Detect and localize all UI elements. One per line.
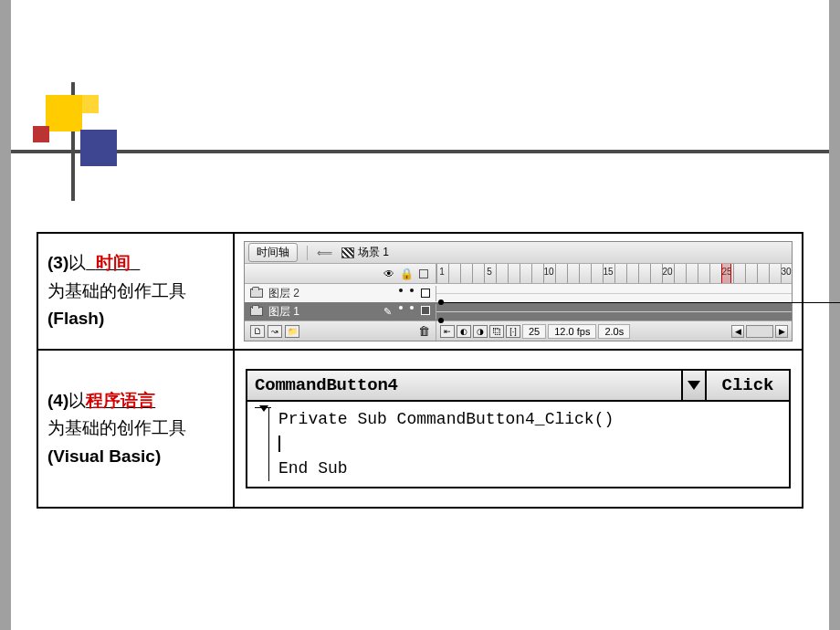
table-row: (3)以 时间 为基础的创作工具 (Flash) 时间轴 ⟸ 场景 1 bbox=[37, 233, 803, 350]
row4-text-cell: (4)以程序语言 为基础的创作工具 (Visual Basic) bbox=[37, 350, 234, 508]
ruler-numbers: 1 5 10 15 20 25 30 35 40 bbox=[436, 264, 792, 283]
timeline-status-bar: ⇤ ◐ ◑ ⿻ [·] 25 12.0 fps 2.0s ◀ ▶ bbox=[436, 321, 792, 341]
layer2-outline-box[interactable] bbox=[421, 289, 430, 298]
row4-underline: 程序语言 bbox=[86, 391, 155, 410]
timeline-tab[interactable]: 时间轴 bbox=[248, 243, 298, 262]
outline-toggle-icon[interactable] bbox=[419, 269, 428, 278]
scroll-left-icon[interactable]: ◀ bbox=[731, 325, 744, 338]
new-folder-icon[interactable]: 📁 bbox=[285, 325, 299, 338]
current-frame: 25 bbox=[522, 324, 546, 339]
ruler-20: 20 bbox=[662, 267, 672, 277]
layer2-name: 图层 2 bbox=[268, 286, 299, 301]
pencil-icon: ✎ bbox=[383, 306, 392, 318]
new-guide-icon[interactable]: ↝ bbox=[268, 325, 282, 338]
text-cursor bbox=[278, 436, 280, 452]
keyframe-dot[interactable] bbox=[438, 318, 444, 323]
row4-tool: (Visual Basic) bbox=[47, 446, 161, 466]
code-line-2: End Sub bbox=[278, 457, 614, 481]
ruler-30: 30 bbox=[781, 267, 791, 277]
lock-icon[interactable]: 🔒 bbox=[400, 268, 414, 280]
layer2-lock-dot[interactable] bbox=[410, 289, 414, 292]
goto-icon[interactable]: ⇤ bbox=[440, 325, 455, 338]
layer2-track[interactable] bbox=[436, 293, 792, 294]
row3-number: (3) bbox=[47, 253, 68, 272]
row3-answer: 时间 bbox=[96, 253, 131, 272]
layer1-vis-dot[interactable] bbox=[399, 306, 403, 310]
row4-image-cell: CommandButton4 Click bbox=[234, 350, 803, 508]
onion-skin-icon[interactable]: ◐ bbox=[457, 325, 471, 338]
layer-row-2[interactable]: 图层 2 bbox=[245, 284, 792, 302]
vb-top-bar: CommandButton4 Click bbox=[247, 371, 789, 402]
object-combobox[interactable]: CommandButton4 bbox=[247, 371, 707, 400]
layer1-outline-box[interactable] bbox=[421, 306, 430, 315]
chevron-down-icon bbox=[688, 381, 700, 390]
row3-prefix: 以 bbox=[68, 253, 86, 272]
frame-ruler[interactable]: 1 5 10 15 20 25 30 35 40 bbox=[436, 264, 792, 283]
scroll-right-icon[interactable]: ▶ bbox=[775, 325, 788, 338]
vb-code-area[interactable]: Private Sub CommandButton4_Click() End S… bbox=[247, 402, 789, 487]
edit-multi-icon[interactable]: ⿻ bbox=[489, 325, 504, 338]
back-arrow-icon[interactable]: ⟸ bbox=[317, 247, 332, 259]
vb-code-panel: CommandButton4 Click bbox=[246, 369, 791, 488]
layer1-name: 图层 1 bbox=[268, 304, 299, 320]
h-scrollbar[interactable]: ◀ ▶ bbox=[731, 325, 788, 338]
flash-panel: 时间轴 ⟸ 场景 1 👁 🔒 bbox=[244, 241, 793, 341]
table-row: (4)以程序语言 为基础的创作工具 (Visual Basic) Command… bbox=[37, 350, 803, 508]
playhead[interactable] bbox=[721, 264, 731, 283]
scene-label[interactable]: 场景 1 bbox=[341, 245, 389, 260]
event-value: Click bbox=[721, 375, 773, 395]
logo-square-red bbox=[33, 126, 49, 142]
row4-number: (4) bbox=[47, 391, 68, 410]
row3-underline: 时间 bbox=[86, 253, 140, 272]
code-line-1: Private Sub CommandButton4_Click() bbox=[278, 407, 614, 432]
logo-square-blue bbox=[80, 130, 117, 166]
content-table: (3)以 时间 为基础的创作工具 (Flash) 时间轴 ⟸ 场景 1 bbox=[37, 232, 803, 509]
code-lines: Private Sub CommandButton4_Click() End S… bbox=[278, 407, 614, 481]
layer-controls: 🗋 ↝ 📁 🗑 bbox=[245, 321, 436, 341]
layer1-lock-dot[interactable] bbox=[410, 306, 414, 310]
scene-name: 场景 1 bbox=[358, 245, 389, 260]
ruler-5: 5 bbox=[487, 267, 492, 277]
row3-text-cell: (3)以 时间 为基础的创作工具 (Flash) bbox=[37, 233, 234, 350]
code-gutter bbox=[257, 407, 269, 481]
new-layer-icon[interactable]: 🗋 bbox=[250, 325, 265, 338]
layer2-label: 图层 2 bbox=[245, 286, 436, 301]
time-display: 2.0s bbox=[598, 324, 630, 339]
layer1-label: 图层 1 ✎ bbox=[245, 304, 436, 320]
event-combobox[interactable]: Click bbox=[707, 371, 789, 400]
onion-outline-icon[interactable]: ◑ bbox=[473, 325, 488, 338]
clapperboard-icon bbox=[341, 247, 354, 258]
gutter-caret-icon bbox=[259, 405, 268, 412]
layer-icon bbox=[250, 289, 263, 298]
brackets-icon[interactable]: [·] bbox=[506, 325, 520, 338]
layer-column-icons: 👁 🔒 bbox=[245, 264, 436, 283]
layer2-vis-dot[interactable] bbox=[399, 289, 403, 292]
ruler-1: 1 bbox=[439, 267, 445, 277]
layer1-track[interactable] bbox=[436, 311, 792, 312]
scroll-track[interactable] bbox=[746, 325, 773, 338]
layer-row-1[interactable]: 图层 1 ✎ bbox=[245, 302, 792, 320]
trash-icon[interactable]: 🗑 bbox=[418, 324, 430, 338]
fps-display: 12.0 fps bbox=[548, 324, 596, 339]
flash-tab-bar: 时间轴 ⟸ 场景 1 bbox=[245, 242, 792, 264]
slide: (3)以 时间 为基础的创作工具 (Flash) 时间轴 ⟸ 场景 1 bbox=[11, 0, 829, 630]
row4-line2: 为基础的创作工具 bbox=[47, 418, 186, 437]
ruler-10: 10 bbox=[543, 267, 553, 277]
tween-line bbox=[444, 302, 840, 303]
logo-square-yellow bbox=[46, 95, 82, 131]
ruler-15: 15 bbox=[603, 267, 613, 277]
slide-logo bbox=[11, 82, 194, 201]
logo-square-yellow-small bbox=[80, 95, 99, 113]
layer-icon bbox=[250, 307, 263, 316]
row3-image-cell: 时间轴 ⟸ 场景 1 👁 🔒 bbox=[234, 233, 803, 350]
logo-hbar bbox=[11, 150, 829, 153]
flash-header-row: 👁 🔒 1 5 10 15 20 bbox=[245, 264, 792, 284]
row3-line2: 为基础的创作工具 bbox=[47, 281, 186, 300]
row4-prefix: 以 bbox=[68, 391, 86, 410]
combo-dropdown-button[interactable] bbox=[681, 371, 705, 400]
code-cursor-line bbox=[278, 432, 614, 457]
row4-answer: 程序语言 bbox=[86, 391, 155, 410]
flash-footer: 🗋 ↝ 📁 🗑 ⇤ ◐ ◑ ⿻ [·] 25 bbox=[245, 320, 792, 341]
tab-divider bbox=[307, 246, 308, 260]
eye-icon[interactable]: 👁 bbox=[383, 268, 394, 280]
